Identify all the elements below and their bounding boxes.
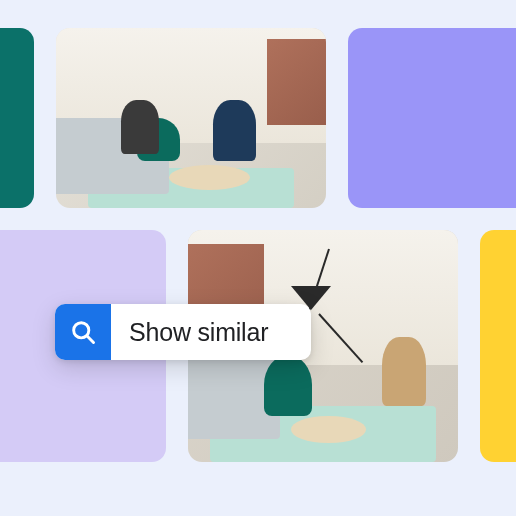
search-icon	[55, 304, 111, 360]
show-similar-label: Show similar	[111, 318, 268, 347]
image-grid	[0, 0, 516, 490]
tile-teal[interactable]	[0, 28, 34, 208]
tile-purple[interactable]	[348, 28, 516, 208]
photo-scene-1	[56, 28, 326, 208]
svg-line-1	[87, 336, 93, 342]
grid-row-1	[0, 28, 516, 208]
tile-yellow[interactable]	[480, 230, 516, 462]
show-similar-button[interactable]: Show similar	[55, 304, 311, 360]
tile-photo-meeting[interactable]	[56, 28, 326, 208]
